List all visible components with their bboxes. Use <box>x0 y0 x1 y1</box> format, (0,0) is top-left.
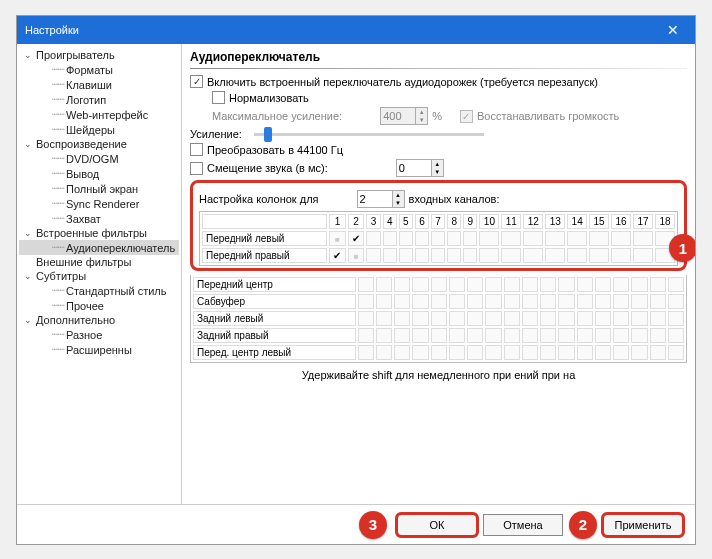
matrix-cell[interactable] <box>467 345 483 360</box>
speaker-count-input[interactable]: 2 ▲▼ <box>357 190 405 208</box>
matrix-cell[interactable] <box>501 248 521 263</box>
matrix-cell[interactable] <box>595 311 611 326</box>
matrix-cell[interactable] <box>383 248 397 263</box>
tree-item[interactable]: ┈┈DVD/OGM <box>19 151 179 166</box>
matrix-cell[interactable] <box>577 294 593 309</box>
matrix-cell[interactable] <box>358 328 374 343</box>
matrix-cell[interactable] <box>463 231 477 246</box>
matrix-cell[interactable] <box>501 231 521 246</box>
tree-item[interactable]: ┈┈Захват <box>19 211 179 226</box>
apply-button[interactable]: Применить <box>603 514 683 536</box>
matrix-cell[interactable] <box>431 231 445 246</box>
matrix-cell[interactable] <box>412 294 428 309</box>
matrix-cell[interactable] <box>504 345 520 360</box>
matrix-cell[interactable] <box>540 277 556 292</box>
matrix-cell[interactable] <box>449 277 465 292</box>
matrix-cell[interactable] <box>383 231 397 246</box>
matrix-cell[interactable] <box>485 328 501 343</box>
matrix-cell[interactable] <box>650 277 666 292</box>
matrix-cell[interactable] <box>485 277 501 292</box>
matrix-cell[interactable] <box>540 311 556 326</box>
matrix-cell[interactable] <box>633 231 653 246</box>
matrix-cell[interactable] <box>650 311 666 326</box>
matrix-cell[interactable] <box>595 328 611 343</box>
matrix-cell[interactable] <box>611 231 631 246</box>
matrix-cell[interactable] <box>399 231 413 246</box>
matrix-cell[interactable] <box>558 277 574 292</box>
matrix-cell[interactable] <box>522 277 538 292</box>
matrix-cell[interactable] <box>613 328 629 343</box>
matrix-cell[interactable] <box>394 277 410 292</box>
matrix-cell[interactable] <box>522 345 538 360</box>
matrix-cell[interactable] <box>668 311 684 326</box>
tree-item[interactable]: ⌄Воспроизведение <box>19 137 179 151</box>
matrix-cell[interactable] <box>613 294 629 309</box>
matrix-cell[interactable] <box>577 345 593 360</box>
matrix-cell[interactable] <box>633 248 653 263</box>
audio-delay-checkbox[interactable] <box>190 162 203 175</box>
matrix-cell[interactable] <box>376 294 392 309</box>
matrix-cell[interactable] <box>366 248 380 263</box>
tree-item[interactable]: ⌄Субтитры <box>19 269 179 283</box>
matrix-cell[interactable] <box>558 311 574 326</box>
audio-delay-input[interactable]: 0 ▲▼ <box>396 159 444 177</box>
tree-item[interactable]: Внешние фильтры <box>19 255 179 269</box>
matrix-cell[interactable] <box>449 311 465 326</box>
matrix-cell[interactable] <box>577 311 593 326</box>
matrix-cell[interactable] <box>504 328 520 343</box>
matrix-cell[interactable] <box>668 277 684 292</box>
downsample-checkbox[interactable] <box>190 143 203 156</box>
ok-button[interactable]: ОК <box>397 514 477 536</box>
matrix-cell[interactable] <box>358 277 374 292</box>
matrix-cell[interactable] <box>358 345 374 360</box>
matrix-cell[interactable] <box>479 231 499 246</box>
matrix-cell[interactable] <box>485 311 501 326</box>
tree-item[interactable]: ⌄Встроенные фильтры <box>19 226 179 240</box>
tree-item[interactable]: ┈┈Форматы <box>19 62 179 77</box>
matrix-cell[interactable] <box>504 277 520 292</box>
tree-item[interactable]: ┈┈Полный экран <box>19 181 179 196</box>
matrix-cell[interactable] <box>522 294 538 309</box>
matrix-cell[interactable] <box>358 294 374 309</box>
tree-item[interactable]: ┈┈Разное <box>19 327 179 342</box>
matrix-cell[interactable] <box>631 277 647 292</box>
matrix-cell[interactable] <box>650 345 666 360</box>
matrix-cell[interactable] <box>329 248 346 263</box>
tree-item[interactable]: ┈┈Расширенны <box>19 342 179 357</box>
cancel-button[interactable]: Отмена <box>483 514 563 536</box>
matrix-cell[interactable] <box>595 277 611 292</box>
matrix-cell[interactable] <box>595 345 611 360</box>
matrix-cell[interactable] <box>567 231 587 246</box>
matrix-cell[interactable] <box>366 231 380 246</box>
category-tree[interactable]: ⌄Проигрыватель┈┈Форматы┈┈Клавиши┈┈Логоти… <box>17 44 182 504</box>
matrix-cell[interactable] <box>376 345 392 360</box>
matrix-cell[interactable] <box>348 248 365 263</box>
matrix-cell[interactable] <box>523 231 543 246</box>
tree-item[interactable]: ┈┈Клавиши <box>19 77 179 92</box>
matrix-cell[interactable] <box>412 277 428 292</box>
speaker-matrix[interactable]: 123456789101112131415161718Передний левы… <box>199 211 678 266</box>
matrix-cell[interactable] <box>504 294 520 309</box>
matrix-cell[interactable] <box>431 345 447 360</box>
tree-item[interactable]: ⌄Проигрыватель <box>19 48 179 62</box>
tree-item[interactable]: ┈┈Логотип <box>19 92 179 107</box>
matrix-cell[interactable] <box>399 248 413 263</box>
tree-item[interactable]: ┈┈Sync Renderer <box>19 196 179 211</box>
matrix-cell[interactable] <box>589 231 609 246</box>
matrix-cell[interactable] <box>447 231 461 246</box>
matrix-cell[interactable] <box>358 311 374 326</box>
matrix-cell[interactable] <box>522 328 538 343</box>
matrix-cell[interactable] <box>467 294 483 309</box>
matrix-cell[interactable] <box>467 311 483 326</box>
matrix-cell[interactable] <box>650 294 666 309</box>
matrix-cell[interactable] <box>611 248 631 263</box>
matrix-cell[interactable] <box>631 294 647 309</box>
enable-checkbox[interactable] <box>190 75 203 88</box>
tree-item[interactable]: ┈┈Стандартный стиль <box>19 283 179 298</box>
matrix-cell[interactable] <box>485 294 501 309</box>
matrix-cell[interactable] <box>412 311 428 326</box>
normalize-checkbox[interactable] <box>212 91 225 104</box>
matrix-cell[interactable] <box>558 328 574 343</box>
matrix-cell[interactable] <box>449 294 465 309</box>
matrix-cell[interactable] <box>558 294 574 309</box>
